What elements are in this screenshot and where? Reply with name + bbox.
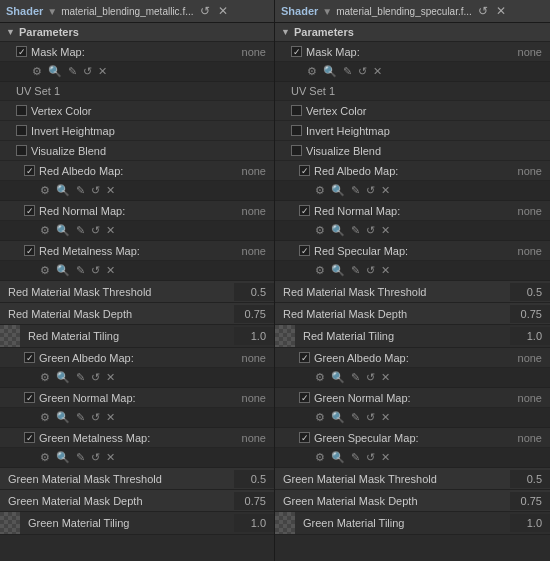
red-map-checkbox-1[interactable]	[299, 205, 310, 216]
red-param-row-0[interactable]: Red Material Mask Threshold0.5	[275, 281, 550, 303]
close-icon[interactable]: ✕	[496, 4, 506, 18]
pencil-icon[interactable]: ✎	[351, 451, 360, 464]
gear-icon[interactable]: ⚙	[40, 411, 50, 424]
red-tiling-value[interactable]: 1.0	[234, 327, 274, 345]
green-map-checkbox-1[interactable]	[299, 392, 310, 403]
green-param-value-0[interactable]: 0.5	[234, 470, 274, 488]
checkbox-0[interactable]	[291, 105, 302, 116]
remove-icon[interactable]: ✕	[106, 371, 115, 384]
red-param-row-0[interactable]: Red Material Mask Threshold0.5	[0, 281, 274, 303]
green-map-checkbox-0[interactable]	[299, 352, 310, 363]
search-icon[interactable]: 🔍	[56, 184, 70, 197]
refresh-icon[interactable]: ↺	[91, 184, 100, 197]
red-map-checkbox-1[interactable]	[24, 205, 35, 216]
checkbox-row-0[interactable]: Vertex Color	[0, 101, 274, 121]
green-param-row-0[interactable]: Green Material Mask Threshold0.5	[0, 468, 274, 490]
red-map-checkbox-0[interactable]	[299, 165, 310, 176]
refresh-icon[interactable]: ↺	[476, 4, 490, 18]
red-tiling-row[interactable]: Red Material Tiling1.0	[0, 325, 274, 348]
pencil-icon[interactable]: ✎	[351, 264, 360, 277]
green-tiling-row[interactable]: Green Material Tiling1.0	[0, 512, 274, 535]
pencil-icon[interactable]: ✎	[351, 371, 360, 384]
gear-icon[interactable]: ⚙	[40, 184, 50, 197]
green-param-value-0[interactable]: 0.5	[510, 470, 550, 488]
mask-map-checkbox[interactable]: ✓	[291, 46, 302, 57]
remove-icon[interactable]: ✕	[106, 224, 115, 237]
pencil-icon[interactable]: ✎	[76, 224, 85, 237]
search-icon[interactable]: 🔍	[331, 184, 345, 197]
search-icon[interactable]: 🔍	[323, 65, 337, 78]
remove-icon[interactable]: ✕	[98, 65, 107, 78]
search-icon[interactable]: 🔍	[56, 264, 70, 277]
red-tiling-value[interactable]: 1.0	[510, 327, 550, 345]
refresh-icon[interactable]: ↺	[366, 264, 375, 277]
refresh-icon[interactable]: ↺	[366, 371, 375, 384]
red-tiling-row[interactable]: Red Material Tiling1.0	[275, 325, 550, 348]
red-param-value-1[interactable]: 0.75	[510, 305, 550, 323]
green-param-row-1[interactable]: Green Material Mask Depth0.75	[0, 490, 274, 512]
checkbox-0[interactable]	[16, 105, 27, 116]
dropdown-icon[interactable]: ▼	[47, 6, 57, 17]
checkbox-1[interactable]	[16, 125, 27, 136]
gear-icon[interactable]: ⚙	[315, 371, 325, 384]
pencil-icon[interactable]: ✎	[76, 264, 85, 277]
pencil-icon[interactable]: ✎	[76, 184, 85, 197]
red-param-row-1[interactable]: Red Material Mask Depth0.75	[0, 303, 274, 325]
checkbox-row-2[interactable]: Visualize Blend	[275, 141, 550, 161]
green-tiling-row[interactable]: Green Material Tiling1.0	[275, 512, 550, 535]
gear-icon[interactable]: ⚙	[315, 264, 325, 277]
search-icon[interactable]: 🔍	[331, 411, 345, 424]
checkbox-row-1[interactable]: Invert Heightmap	[275, 121, 550, 141]
checkbox-row-1[interactable]: Invert Heightmap	[0, 121, 274, 141]
search-icon[interactable]: 🔍	[331, 264, 345, 277]
gear-icon[interactable]: ⚙	[315, 184, 325, 197]
remove-icon[interactable]: ✕	[106, 451, 115, 464]
refresh-icon[interactable]: ↺	[366, 184, 375, 197]
gear-icon[interactable]: ⚙	[315, 411, 325, 424]
gear-icon[interactable]: ⚙	[40, 264, 50, 277]
green-param-row-1[interactable]: Green Material Mask Depth0.75	[275, 490, 550, 512]
search-icon[interactable]: 🔍	[331, 451, 345, 464]
pencil-icon[interactable]: ✎	[343, 65, 352, 78]
green-map-checkbox-2[interactable]	[299, 432, 310, 443]
pencil-icon[interactable]: ✎	[76, 451, 85, 464]
red-map-checkbox-2[interactable]	[299, 245, 310, 256]
pencil-icon[interactable]: ✎	[351, 184, 360, 197]
remove-icon[interactable]: ✕	[381, 451, 390, 464]
green-map-checkbox-1[interactable]	[24, 392, 35, 403]
refresh-icon[interactable]: ↺	[366, 411, 375, 424]
pencil-icon[interactable]: ✎	[68, 65, 77, 78]
refresh-icon[interactable]: ↺	[91, 411, 100, 424]
checkbox-1[interactable]	[291, 125, 302, 136]
gear-icon[interactable]: ⚙	[307, 65, 317, 78]
gear-icon[interactable]: ⚙	[40, 451, 50, 464]
gear-icon[interactable]: ⚙	[40, 371, 50, 384]
remove-icon[interactable]: ✕	[373, 65, 382, 78]
remove-icon[interactable]: ✕	[381, 264, 390, 277]
remove-icon[interactable]: ✕	[106, 411, 115, 424]
close-icon[interactable]: ✕	[218, 4, 228, 18]
remove-icon[interactable]: ✕	[381, 371, 390, 384]
refresh-icon[interactable]: ↺	[91, 224, 100, 237]
search-icon[interactable]: 🔍	[331, 224, 345, 237]
green-param-row-0[interactable]: Green Material Mask Threshold0.5	[275, 468, 550, 490]
pencil-icon[interactable]: ✎	[76, 371, 85, 384]
dropdown-icon[interactable]: ▼	[322, 6, 332, 17]
red-param-value-0[interactable]: 0.5	[510, 283, 550, 301]
pencil-icon[interactable]: ✎	[76, 411, 85, 424]
green-param-value-1[interactable]: 0.75	[510, 492, 550, 510]
gear-icon[interactable]: ⚙	[40, 224, 50, 237]
green-map-checkbox-2[interactable]	[24, 432, 35, 443]
remove-icon[interactable]: ✕	[381, 224, 390, 237]
search-icon[interactable]: 🔍	[56, 451, 70, 464]
red-map-checkbox-0[interactable]	[24, 165, 35, 176]
red-param-value-0[interactable]: 0.5	[234, 283, 274, 301]
mask-map-checkbox[interactable]: ✓	[16, 46, 27, 57]
red-map-checkbox-2[interactable]	[24, 245, 35, 256]
refresh-icon[interactable]: ↺	[358, 65, 367, 78]
remove-icon[interactable]: ✕	[106, 184, 115, 197]
remove-icon[interactable]: ✕	[381, 184, 390, 197]
pencil-icon[interactable]: ✎	[351, 411, 360, 424]
green-tiling-value[interactable]: 1.0	[234, 514, 274, 532]
red-param-row-1[interactable]: Red Material Mask Depth0.75	[275, 303, 550, 325]
